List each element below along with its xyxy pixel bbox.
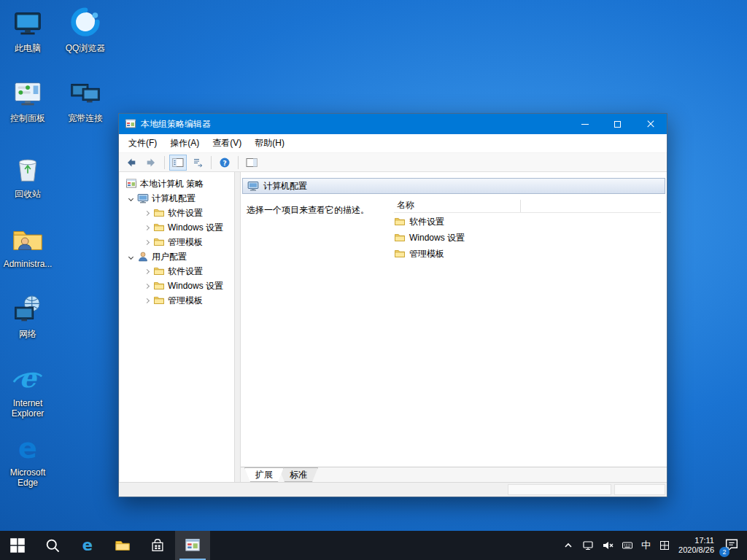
taskbar-group-policy-editor-button[interactable] [175, 531, 210, 560]
taskbar: e 中17:112020/8/262 [0, 531, 747, 560]
details-pane-title: 计算机配置 [263, 180, 307, 192]
desktop-icon-broadband[interactable]: 宽带连接 [58, 77, 113, 123]
desktop-icon-administrator-folder[interactable]: Administra... [0, 223, 55, 269]
list-column-header[interactable]: 名称 [394, 198, 661, 213]
desktop-icon-recycle-bin[interactable]: 回收站 [0, 153, 55, 199]
list-item-windows-settings[interactable]: Windows 设置 [394, 230, 661, 246]
details-pane: 计算机配置 选择一个项目来查看它的描述。 名称 软件设置Windows 设置管理… [240, 172, 667, 482]
desktop-icon-network[interactable]: 网络 [0, 293, 55, 339]
forward-arrow-icon [145, 157, 157, 168]
tab-standard[interactable]: 标准 [279, 467, 318, 482]
taskbar-search-button[interactable] [35, 531, 70, 560]
expand-arrow-icon[interactable] [142, 281, 152, 291]
show-action-pane-button[interactable] [243, 155, 260, 171]
taskbar-start-button[interactable] [0, 531, 35, 560]
menu-file[interactable]: 文件(F) [122, 134, 163, 152]
list-item-admin-templates[interactable]: 管理模板 [394, 246, 661, 262]
taskbar-store-button[interactable] [140, 531, 175, 560]
tree-item-user-admin-templates[interactable]: 管理模板 [120, 293, 234, 308]
tray-volume-muted[interactable] [602, 540, 614, 551]
tree-item-user-windows-settings[interactable]: Windows 设置 [120, 279, 234, 293]
back-button[interactable] [123, 155, 140, 171]
desktop-icon-control-panel[interactable]: 控制面板 [0, 77, 55, 123]
forward-button[interactable] [142, 155, 160, 171]
internet-explorer-icon: e [11, 362, 44, 396]
mmc-console-icon [125, 118, 136, 130]
list-item-software-settings[interactable]: 软件设置 [394, 214, 661, 230]
status-bar [119, 482, 667, 497]
user-icon [137, 251, 149, 262]
collapse-arrow-icon[interactable] [125, 193, 136, 203]
tree-item-computer-windows-settings[interactable]: Windows 设置 [120, 220, 234, 235]
column-divider[interactable] [520, 200, 521, 212]
user-folder-icon [11, 223, 44, 257]
expand-arrow-icon[interactable] [142, 295, 152, 306]
window-titlebar[interactable]: 本地组策略编辑器 [119, 114, 667, 134]
menu-help[interactable]: 帮助(H) [248, 134, 291, 152]
expand-arrow-icon[interactable] [142, 266, 152, 276]
ime-grid-icon [659, 540, 670, 551]
menu-action[interactable]: 操作(A) [163, 134, 206, 152]
action-center-button[interactable]: 2 [724, 537, 740, 555]
export-list-button[interactable] [189, 155, 206, 171]
edge-taskbar-icon: e [80, 537, 96, 553]
taskbar-apps: e [0, 531, 210, 560]
view-tabs: 扩展标准 [241, 467, 667, 482]
toolbar-separator [211, 156, 212, 169]
toolbar-separator [238, 156, 239, 169]
taskbar-file-explorer-button[interactable] [105, 531, 140, 560]
tray-overflow[interactable] [562, 540, 574, 551]
recycle-bin-icon [11, 153, 44, 187]
expand-arrow-icon[interactable] [142, 222, 152, 233]
desktop-icon-internet-explorer[interactable]: eInternet Explorer [0, 362, 55, 419]
desktop-icon-label: 宽带连接 [68, 113, 103, 123]
selection-description: 选择一个项目来查看它的描述。 [247, 204, 390, 217]
item-list: 软件设置Windows 设置管理模板 [394, 214, 661, 262]
computer-icon [247, 180, 259, 192]
folder-icon [153, 265, 165, 277]
help-button[interactable]: ? [216, 155, 233, 171]
show-console-tree-button[interactable] [169, 155, 187, 171]
tree-item-computer-admin-templates[interactable]: 管理模板 [120, 235, 234, 249]
menu-view[interactable]: 查看(V) [206, 134, 248, 152]
tray-ime-mode[interactable] [659, 540, 670, 551]
tree-item-label: 软件设置 [168, 207, 203, 219]
expand-arrow-icon[interactable] [142, 237, 152, 247]
gpedit-window: 本地组策略编辑器 文件(F)操作(A)查看(V)帮助(H) ? 本地计算机 策略… [118, 113, 667, 497]
tray-network[interactable] [582, 540, 594, 551]
expand-arrow-icon[interactable] [142, 208, 152, 218]
tray-touch-keyboard[interactable] [622, 540, 633, 551]
close-button[interactable] [634, 114, 667, 134]
folder-icon [153, 236, 165, 248]
maximize-button[interactable] [601, 114, 634, 134]
tree-item-computer-configuration[interactable]: 计算机配置 [120, 191, 234, 206]
tree-item-local-computer-policy[interactable]: 本地计算机 策略 [120, 176, 234, 191]
volume-muted-icon [602, 540, 614, 551]
desktop-icon-label: QQ浏览器 [66, 43, 106, 53]
desktop-icon-this-pc[interactable]: 此电脑 [0, 7, 55, 53]
back-arrow-icon [125, 157, 137, 168]
tray-ime-language-label: 中 [641, 539, 651, 552]
list-item-label: Windows 设置 [409, 232, 465, 244]
console-tree-icon [172, 157, 184, 168]
clock-time: 17:11 [678, 536, 714, 545]
svg-text:e: e [18, 432, 37, 464]
taskbar-clock[interactable]: 17:112020/8/26 [678, 536, 714, 555]
desktop-icon-qq-browser[interactable]: QQ浏览器 [58, 7, 113, 53]
minimize-button[interactable] [568, 114, 601, 134]
tab-extended[interactable]: 扩展 [244, 467, 284, 482]
svg-text:e: e [82, 537, 93, 553]
tree-item-user-configuration[interactable]: 用户配置 [120, 249, 234, 264]
notification-badge: 2 [719, 547, 729, 557]
tree-item-computer-software-settings[interactable]: 软件设置 [120, 206, 234, 220]
tray-ime-language[interactable]: 中 [641, 539, 651, 552]
network-icon [11, 293, 44, 327]
tree-item-user-software-settings[interactable]: 软件设置 [120, 264, 234, 279]
desktop-icon-microsoft-edge[interactable]: eMicrosoft Edge [0, 432, 55, 488]
taskbar-edge-button[interactable]: e [70, 531, 105, 560]
collapse-arrow-icon[interactable] [125, 252, 136, 262]
tree-item-label: 软件设置 [168, 265, 203, 278]
tree-item-label: 用户配置 [152, 251, 187, 263]
folder-icon [394, 248, 406, 260]
mmc-console-icon [125, 178, 137, 190]
